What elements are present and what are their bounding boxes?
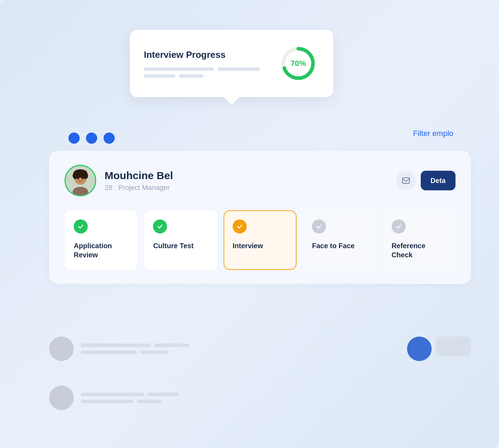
dot-2 (86, 133, 97, 144)
ghost-line-1d (140, 351, 168, 354)
stage-card-application-review[interactable]: Application Review (65, 210, 138, 270)
ghost-row-1 (49, 337, 471, 361)
stage-card-reference-check[interactable]: Reference Check (382, 210, 455, 270)
ghost-row-2 (49, 386, 471, 410)
dots-menu[interactable] (68, 133, 115, 144)
candidate-name: Mouhcine Bel (105, 170, 396, 182)
stage-label-culture-test: Culture Test (153, 241, 208, 250)
ghost-line-2d (137, 400, 161, 403)
svg-point-9 (78, 178, 79, 179)
progress-line-row-1 (144, 67, 277, 71)
ghost-line-2a (81, 393, 144, 396)
ghost-line-row-2a (81, 393, 471, 396)
ghost-line-row-2b (81, 400, 471, 403)
ghost-line-row-1b (81, 351, 400, 354)
stage-icon-interview (233, 219, 247, 233)
ghost-line-1c (81, 351, 137, 354)
ghost-lines-1 (81, 344, 400, 354)
progress-card: Interview Progress 70% (130, 30, 333, 97)
stage-label-face-to-face: Face to Face (312, 241, 367, 250)
stage-label-interview: Interview (233, 241, 287, 250)
progress-line-1 (144, 67, 214, 71)
svg-point-8 (75, 170, 86, 176)
stage-label-application-review: Application Review (74, 241, 128, 259)
progress-lines (144, 67, 277, 78)
svg-point-10 (82, 178, 84, 179)
ghost-actions-1 (407, 337, 471, 361)
stage-icon-face-to-face (312, 219, 326, 233)
ghost-line-2b (147, 393, 179, 396)
main-container: Interview Progress 70% (0, 0, 499, 448)
progress-card-left: Interview Progress (144, 49, 277, 78)
check-icon (157, 223, 163, 230)
check-icon (78, 223, 84, 230)
ghost-line-1a (81, 344, 151, 347)
check-icon (316, 223, 322, 230)
ghost-line-2c (81, 400, 133, 403)
candidate-meta: 28 . Project Manager (105, 184, 396, 192)
candidate-header: Mouhcine Bel 28 . Project Manager Deta (65, 165, 455, 196)
ghost-line-1b (154, 344, 189, 347)
candidate-info: Mouhcine Bel 28 . Project Manager (105, 170, 396, 192)
filter-employees-link[interactable]: Filter emplo (413, 129, 453, 138)
stage-card-interview[interactable]: Interview (224, 210, 297, 270)
progress-line-3 (144, 74, 175, 78)
stages-row: Application Review Culture Test In (65, 210, 455, 270)
ghost-avatar-2 (49, 386, 74, 410)
candidate-actions: Deta (396, 171, 455, 190)
candidate-card: Mouhcine Bel 28 . Project Manager Deta (49, 151, 471, 284)
donut-chart: 70% (277, 42, 319, 84)
stage-card-face-to-face[interactable]: Face to Face (303, 210, 376, 270)
avatar-image (66, 166, 95, 195)
progress-line-4 (179, 74, 204, 78)
dot-3 (104, 133, 115, 144)
svg-rect-11 (402, 178, 410, 183)
stage-card-culture-test[interactable]: Culture Test (144, 210, 217, 270)
email-icon (402, 176, 410, 185)
stage-icon-application-review (74, 219, 88, 233)
ghost-lines-2 (81, 393, 471, 403)
stage-label-reference-check: Reference Check (392, 241, 446, 259)
dot-1 (68, 133, 80, 144)
details-button[interactable]: Deta (421, 171, 455, 190)
ghost-action-circle-blue (407, 337, 432, 361)
progress-line-2 (218, 67, 260, 71)
ghost-line-row-1a (81, 344, 400, 347)
donut-percentage: 70% (291, 59, 306, 68)
ghost-action-rect (436, 337, 471, 356)
candidate-avatar-wrapper (65, 165, 96, 196)
ghost-avatar-1 (49, 337, 74, 361)
check-icon (395, 223, 402, 230)
progress-card-title: Interview Progress (144, 49, 277, 60)
stage-icon-culture-test (153, 219, 167, 233)
email-button[interactable] (396, 171, 416, 190)
check-icon (237, 223, 243, 230)
progress-line-row-2 (144, 74, 277, 78)
stage-icon-reference-check (392, 219, 406, 233)
